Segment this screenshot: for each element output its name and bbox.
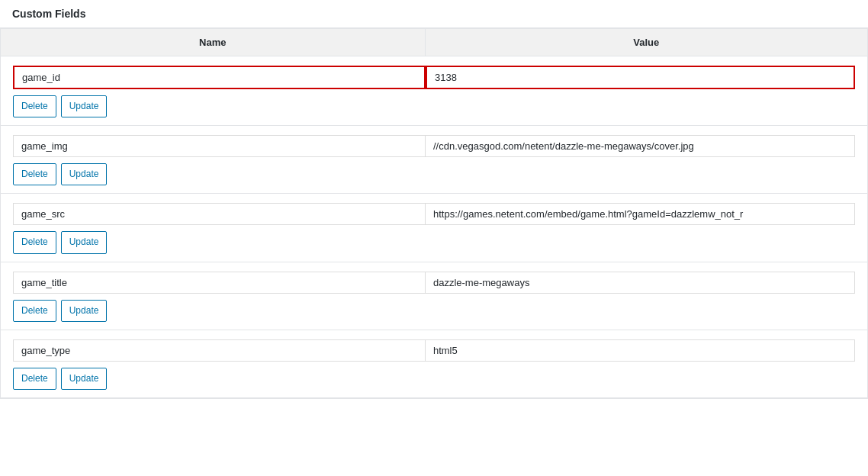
field-name-input[interactable] — [13, 203, 426, 225]
field-name-input[interactable] — [13, 339, 426, 362]
section-title: Custom Fields — [0, 0, 868, 28]
custom-fields-table: Name Value Delete Update Delete Update — [0, 28, 868, 399]
field-name-input[interactable] — [13, 135, 426, 157]
field-actions: Delete Update — [13, 163, 855, 185]
field-inputs — [13, 135, 855, 157]
page-wrapper: Custom Fields Name Value Delete Update — [0, 0, 868, 476]
field-actions: Delete Update — [13, 300, 855, 322]
delete-button[interactable]: Delete — [13, 163, 56, 185]
field-value-input[interactable] — [426, 66, 855, 89]
field-name-input[interactable] — [13, 272, 426, 294]
field-inputs — [13, 272, 855, 294]
delete-button[interactable]: Delete — [13, 368, 56, 390]
field-actions: Delete Update — [13, 231, 855, 253]
field-value-input[interactable] — [426, 339, 855, 362]
update-button[interactable]: Update — [61, 231, 108, 253]
field-row: Delete Update — [1, 194, 867, 262]
field-value-input[interactable] — [426, 135, 855, 157]
field-row: Delete Update — [1, 262, 867, 330]
table-header: Name Value — [1, 29, 867, 56]
field-inputs — [13, 203, 855, 225]
field-actions: Delete Update — [13, 95, 855, 117]
field-name-input[interactable] — [13, 66, 426, 89]
field-inputs — [13, 339, 855, 362]
field-row: Delete Update — [1, 56, 867, 126]
field-value-input[interactable] — [426, 203, 855, 225]
delete-button[interactable]: Delete — [13, 231, 56, 253]
column-name-header: Name — [1, 29, 426, 56]
field-inputs — [13, 66, 855, 89]
field-row: Delete Update — [1, 330, 867, 398]
update-button[interactable]: Update — [61, 300, 108, 322]
field-row: Delete Update — [1, 126, 867, 194]
delete-button[interactable]: Delete — [13, 95, 56, 117]
field-actions: Delete Update — [13, 368, 855, 390]
column-value-header: Value — [426, 29, 867, 56]
update-button[interactable]: Update — [61, 95, 108, 117]
update-button[interactable]: Update — [61, 163, 108, 185]
delete-button[interactable]: Delete — [13, 300, 56, 322]
update-button[interactable]: Update — [61, 368, 108, 390]
field-value-input[interactable] — [426, 272, 855, 294]
